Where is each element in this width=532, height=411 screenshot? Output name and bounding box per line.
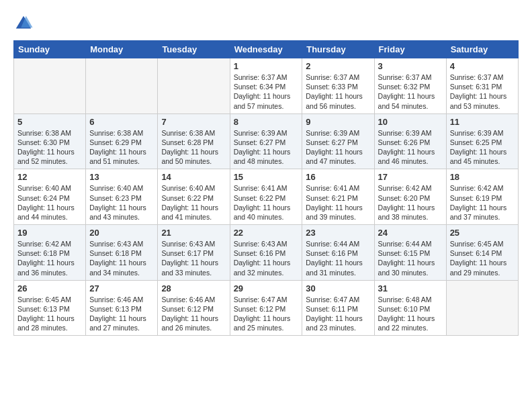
day-info: Sunrise: 6:41 AMSunset: 6:21 PMDaylight:… xyxy=(306,183,370,222)
day-number: 24 xyxy=(378,228,443,238)
calendar-day-cell: 29Sunrise: 6:47 AMSunset: 6:12 PMDayligh… xyxy=(230,280,302,336)
day-number: 23 xyxy=(306,228,370,238)
calendar-day-cell: 9Sunrise: 6:39 AMSunset: 6:27 PMDaylight… xyxy=(302,113,374,169)
calendar-day-cell: 18Sunrise: 6:42 AMSunset: 6:19 PMDayligh… xyxy=(446,169,518,225)
calendar-day-cell: 23Sunrise: 6:44 AMSunset: 6:16 PMDayligh… xyxy=(302,225,374,281)
day-number: 13 xyxy=(89,172,154,182)
day-info: Sunrise: 6:46 AMSunset: 6:12 PMDaylight:… xyxy=(161,295,226,333)
day-number: 28 xyxy=(161,283,226,293)
day-number: 7 xyxy=(161,117,226,127)
calendar-day-cell: 10Sunrise: 6:39 AMSunset: 6:26 PMDayligh… xyxy=(374,113,446,169)
calendar-table: SundayMondayTuesdayWednesdayThursdayFrid… xyxy=(13,40,519,336)
calendar-day-cell: 5Sunrise: 6:38 AMSunset: 6:30 PMDaylight… xyxy=(14,113,86,169)
logo-icon xyxy=(13,13,34,34)
calendar-week-row: 19Sunrise: 6:42 AMSunset: 6:18 PMDayligh… xyxy=(14,225,519,281)
day-info: Sunrise: 6:38 AMSunset: 6:28 PMDaylight:… xyxy=(161,128,226,167)
calendar-day-cell: 24Sunrise: 6:44 AMSunset: 6:15 PMDayligh… xyxy=(374,225,446,281)
day-number: 17 xyxy=(378,172,443,182)
calendar-day-cell: 20Sunrise: 6:43 AMSunset: 6:18 PMDayligh… xyxy=(86,225,158,281)
calendar-day-cell: 22Sunrise: 6:43 AMSunset: 6:16 PMDayligh… xyxy=(230,225,302,281)
calendar-day-cell: 13Sunrise: 6:40 AMSunset: 6:23 PMDayligh… xyxy=(86,169,158,225)
day-info: Sunrise: 6:40 AMSunset: 6:23 PMDaylight:… xyxy=(89,183,154,222)
day-number: 5 xyxy=(17,117,82,127)
day-info: Sunrise: 6:39 AMSunset: 6:27 PMDaylight:… xyxy=(306,128,370,167)
day-number: 12 xyxy=(17,172,82,182)
day-info: Sunrise: 6:48 AMSunset: 6:10 PMDaylight:… xyxy=(378,295,443,333)
day-info: Sunrise: 6:43 AMSunset: 6:16 PMDaylight:… xyxy=(234,239,299,277)
day-number: 26 xyxy=(17,283,82,293)
weekday-header-monday: Monday xyxy=(86,41,158,58)
day-number: 1 xyxy=(234,61,299,71)
day-number: 14 xyxy=(161,172,226,182)
day-number: 16 xyxy=(306,172,370,182)
day-number: 21 xyxy=(161,228,226,238)
calendar-day-cell: 2Sunrise: 6:37 AMSunset: 6:33 PMDaylight… xyxy=(302,58,374,114)
logo xyxy=(13,13,36,34)
calendar-day-cell: 4Sunrise: 6:37 AMSunset: 6:31 PMDaylight… xyxy=(446,58,518,114)
calendar-day-cell: 12Sunrise: 6:40 AMSunset: 6:24 PMDayligh… xyxy=(14,169,86,225)
day-number: 22 xyxy=(234,228,299,238)
day-number: 25 xyxy=(450,228,515,238)
day-number: 18 xyxy=(450,172,515,182)
day-info: Sunrise: 6:41 AMSunset: 6:22 PMDaylight:… xyxy=(234,183,299,222)
day-number: 8 xyxy=(234,117,299,127)
day-number: 31 xyxy=(378,283,443,293)
day-info: Sunrise: 6:40 AMSunset: 6:22 PMDaylight:… xyxy=(161,183,226,222)
calendar-week-row: 5Sunrise: 6:38 AMSunset: 6:30 PMDaylight… xyxy=(14,113,519,169)
day-info: Sunrise: 6:39 AMSunset: 6:26 PMDaylight:… xyxy=(378,128,443,167)
weekday-header-thursday: Thursday xyxy=(302,41,374,58)
calendar-week-row: 26Sunrise: 6:45 AMSunset: 6:13 PMDayligh… xyxy=(14,280,519,336)
calendar-day-cell: 30Sunrise: 6:47 AMSunset: 6:11 PMDayligh… xyxy=(302,280,374,336)
day-number: 3 xyxy=(378,61,443,71)
day-info: Sunrise: 6:47 AMSunset: 6:12 PMDaylight:… xyxy=(234,295,299,333)
calendar-day-cell xyxy=(14,58,86,114)
day-info: Sunrise: 6:37 AMSunset: 6:33 PMDaylight:… xyxy=(306,73,370,111)
day-number: 15 xyxy=(234,172,299,182)
day-info: Sunrise: 6:37 AMSunset: 6:32 PMDaylight:… xyxy=(378,73,443,111)
calendar-day-cell: 25Sunrise: 6:45 AMSunset: 6:14 PMDayligh… xyxy=(446,225,518,281)
calendar-day-cell: 31Sunrise: 6:48 AMSunset: 6:10 PMDayligh… xyxy=(374,280,446,336)
day-number: 27 xyxy=(89,283,154,293)
day-info: Sunrise: 6:42 AMSunset: 6:19 PMDaylight:… xyxy=(450,183,515,222)
day-number: 9 xyxy=(306,117,370,127)
day-info: Sunrise: 6:37 AMSunset: 6:34 PMDaylight:… xyxy=(234,73,299,111)
calendar-day-cell: 28Sunrise: 6:46 AMSunset: 6:12 PMDayligh… xyxy=(158,280,230,336)
calendar-day-cell: 26Sunrise: 6:45 AMSunset: 6:13 PMDayligh… xyxy=(14,280,86,336)
calendar-day-cell: 17Sunrise: 6:42 AMSunset: 6:20 PMDayligh… xyxy=(374,169,446,225)
calendar-week-row: 12Sunrise: 6:40 AMSunset: 6:24 PMDayligh… xyxy=(14,169,519,225)
calendar-day-cell: 6Sunrise: 6:38 AMSunset: 6:29 PMDaylight… xyxy=(86,113,158,169)
day-info: Sunrise: 6:45 AMSunset: 6:13 PMDaylight:… xyxy=(17,295,82,333)
calendar-day-cell: 11Sunrise: 6:39 AMSunset: 6:25 PMDayligh… xyxy=(446,113,518,169)
day-info: Sunrise: 6:38 AMSunset: 6:29 PMDaylight:… xyxy=(89,128,154,167)
calendar-day-cell: 14Sunrise: 6:40 AMSunset: 6:22 PMDayligh… xyxy=(158,169,230,225)
calendar-week-row: 1Sunrise: 6:37 AMSunset: 6:34 PMDaylight… xyxy=(14,58,519,114)
day-info: Sunrise: 6:39 AMSunset: 6:25 PMDaylight:… xyxy=(450,128,515,167)
calendar-day-cell xyxy=(158,58,230,114)
calendar-day-cell xyxy=(86,58,158,114)
day-number: 30 xyxy=(306,283,370,293)
day-info: Sunrise: 6:42 AMSunset: 6:18 PMDaylight:… xyxy=(17,239,82,277)
day-info: Sunrise: 6:40 AMSunset: 6:24 PMDaylight:… xyxy=(17,183,82,222)
day-number: 10 xyxy=(378,117,443,127)
calendar-day-cell: 21Sunrise: 6:43 AMSunset: 6:17 PMDayligh… xyxy=(158,225,230,281)
day-number: 2 xyxy=(306,61,370,71)
calendar-day-cell xyxy=(446,280,518,336)
day-info: Sunrise: 6:44 AMSunset: 6:15 PMDaylight:… xyxy=(378,239,443,277)
day-info: Sunrise: 6:39 AMSunset: 6:27 PMDaylight:… xyxy=(234,128,299,167)
weekday-header-wednesday: Wednesday xyxy=(230,41,302,58)
day-number: 29 xyxy=(234,283,299,293)
calendar-day-cell: 16Sunrise: 6:41 AMSunset: 6:21 PMDayligh… xyxy=(302,169,374,225)
calendar-day-cell: 19Sunrise: 6:42 AMSunset: 6:18 PMDayligh… xyxy=(14,225,86,281)
day-info: Sunrise: 6:43 AMSunset: 6:17 PMDaylight:… xyxy=(161,239,226,277)
day-info: Sunrise: 6:47 AMSunset: 6:11 PMDaylight:… xyxy=(306,295,370,333)
weekday-header-tuesday: Tuesday xyxy=(158,41,230,58)
page-header xyxy=(13,13,519,34)
weekday-header-saturday: Saturday xyxy=(446,41,518,58)
day-number: 6 xyxy=(89,117,154,127)
day-info: Sunrise: 6:44 AMSunset: 6:16 PMDaylight:… xyxy=(306,239,370,277)
day-info: Sunrise: 6:45 AMSunset: 6:14 PMDaylight:… xyxy=(450,239,515,277)
calendar-day-cell: 15Sunrise: 6:41 AMSunset: 6:22 PMDayligh… xyxy=(230,169,302,225)
day-info: Sunrise: 6:38 AMSunset: 6:30 PMDaylight:… xyxy=(17,128,82,167)
weekday-header-row: SundayMondayTuesdayWednesdayThursdayFrid… xyxy=(14,41,519,58)
calendar-day-cell: 1Sunrise: 6:37 AMSunset: 6:34 PMDaylight… xyxy=(230,58,302,114)
